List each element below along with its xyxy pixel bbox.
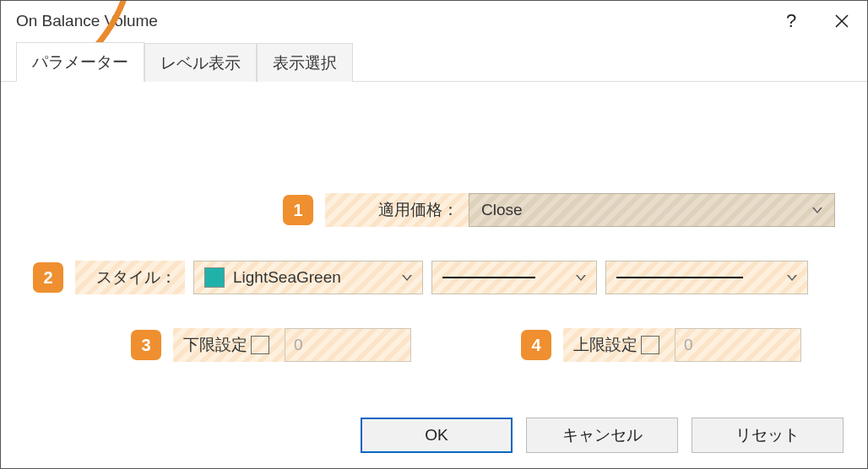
line-pattern-sample: [616, 277, 743, 278]
applied-price-value: Close: [481, 201, 523, 219]
upper-limit-group: 4 上限設定 0: [521, 328, 801, 362]
chevron-down-icon: [402, 275, 412, 281]
close-button[interactable]: [816, 1, 867, 41]
tab-display[interactable]: 表示選択: [257, 43, 353, 82]
style-pattern-dropdown[interactable]: [605, 261, 808, 294]
color-swatch: [204, 267, 225, 288]
dialog-window: On Balance Volume ? パラメーター レベル表示 表示選択 1 …: [0, 0, 868, 469]
chevron-down-icon: [787, 275, 797, 281]
upper-limit-checkbox[interactable]: [641, 336, 659, 354]
chevron-down-icon: [812, 208, 822, 213]
style-width-dropdown[interactable]: [431, 261, 597, 294]
lower-limit-text: 下限設定: [183, 334, 247, 356]
tab-levels[interactable]: レベル表示: [144, 43, 257, 82]
row-applied-price: 1 適用価格： Close: [283, 193, 835, 227]
chevron-down-icon: [576, 275, 586, 281]
tab-parameters[interactable]: パラメーター: [16, 42, 144, 82]
style-color-dropdown[interactable]: LightSeaGreen: [193, 261, 423, 294]
window-title: On Balance Volume: [16, 12, 158, 30]
lower-limit-input[interactable]: 0: [285, 328, 411, 362]
window-controls: ?: [766, 1, 867, 41]
lower-limit-value: 0: [294, 336, 303, 354]
lower-limit-group: 3 下限設定 0: [131, 328, 411, 362]
lower-limit-checkbox[interactable]: [251, 336, 269, 354]
callout-2: 2: [33, 262, 63, 293]
tabstrip: パラメーター レベル表示 表示選択: [1, 43, 867, 82]
upper-limit-text: 上限設定: [573, 334, 637, 356]
label-lower-limit: 下限設定: [173, 328, 285, 362]
label-applied-price: 適用価格：: [325, 193, 469, 227]
callout-4: 4: [521, 330, 551, 360]
reset-button[interactable]: リセット: [692, 418, 844, 453]
row-limits: 3 下限設定 0 4 上限設定 0: [131, 328, 835, 362]
upper-limit-input[interactable]: 0: [675, 328, 801, 362]
button-bar: OK キャンセル リセット: [361, 418, 844, 453]
label-upper-limit: 上限設定: [563, 328, 675, 362]
ok-button[interactable]: OK: [361, 418, 513, 453]
color-name: LightSeaGreen: [233, 268, 341, 287]
help-button[interactable]: ?: [766, 1, 816, 41]
titlebar: On Balance Volume ?: [1, 1, 867, 41]
upper-limit-value: 0: [684, 336, 693, 354]
line-width-sample: [442, 277, 535, 278]
callout-1: 1: [283, 195, 313, 225]
content-area: 1 適用価格： Close 2 スタイル： LightSeaGreen: [1, 82, 867, 362]
cancel-button[interactable]: キャンセル: [526, 418, 678, 453]
row-style: 2 スタイル： LightSeaGreen: [33, 261, 835, 294]
applied-price-dropdown[interactable]: Close: [469, 193, 835, 227]
callout-3: 3: [131, 330, 161, 360]
label-style: スタイル：: [75, 261, 185, 294]
